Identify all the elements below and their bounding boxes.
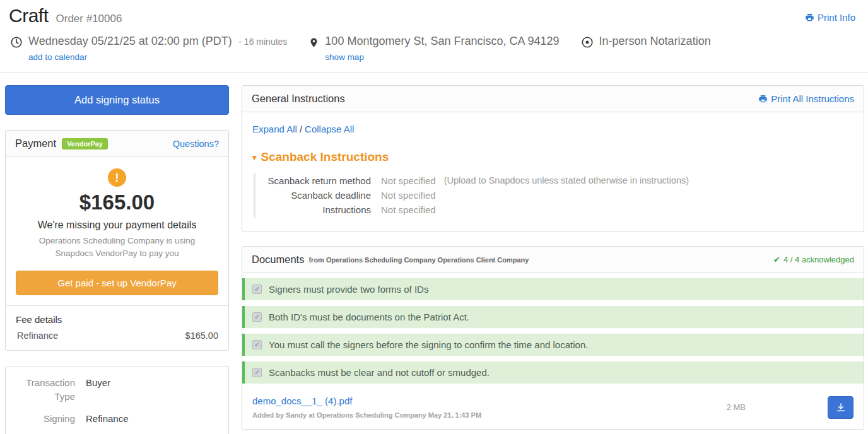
acknowledgement-text: Scanbacks must be clear and not cutoff o… xyxy=(269,367,490,378)
scanback-field-value: Not specified xyxy=(381,173,436,188)
signing-datetime: Wednesday 05/21/25 at 02:00 pm (PDT) xyxy=(28,35,232,47)
title-row: Craft Order #10006 Print Info xyxy=(9,5,855,26)
document-file-row: demo_docs__1_ (4).pdf Added by Sandy at … xyxy=(242,389,864,429)
acknowledgement-row: ✓ Scanbacks must be clear and not cutoff… xyxy=(242,361,864,384)
general-instructions-body: Expand All/Collapse All ▾ Scanback Instr… xyxy=(242,112,864,232)
acknowledged-summary: ✔ 4 / 4 acknowledged xyxy=(773,255,854,264)
checkbox-checked-icon[interactable]: ✓ xyxy=(252,284,262,294)
payment-questions-link[interactable]: Questions? xyxy=(173,139,219,149)
payment-amount: $165.00 xyxy=(16,191,218,214)
show-map-link[interactable]: show map xyxy=(325,52,364,62)
expand-collapse-row: Expand All/Collapse All xyxy=(252,124,853,134)
documents-title: Documents xyxy=(252,254,304,266)
expand-collapse-separator: / xyxy=(300,124,302,134)
transaction-row-label: Transaction Type xyxy=(16,376,75,404)
notarization-type-icon xyxy=(581,36,594,49)
print-all-instructions-label: Print All Instructions xyxy=(771,93,854,104)
datetime-item: Wednesday 05/21/25 at 02:00 pm (PDT) - 1… xyxy=(10,35,287,62)
caret-down-icon: ▾ xyxy=(252,153,257,161)
checkbox-checked-icon[interactable]: ✓ xyxy=(252,368,262,377)
setup-vendorpay-button[interactable]: Get paid - set up VendorPay xyxy=(16,271,218,295)
scanback-instructions-toggle[interactable]: ▾ Scanback Instructions xyxy=(252,150,853,164)
scanback-field-label: Instructions xyxy=(255,202,371,217)
acknowledged-count: 4 / 4 acknowledged xyxy=(783,255,854,264)
left-column: Add signing status Payment VendorPay Que… xyxy=(5,85,229,434)
check-icon: ✔ xyxy=(773,255,780,264)
scanback-field-row: Instructions Not specified xyxy=(255,202,853,217)
checkbox-checked-icon[interactable]: ✓ xyxy=(252,340,262,349)
fee-details-section: Fee details Refinance $165.00 xyxy=(6,305,228,350)
scanback-instructions-title: Scanback Instructions xyxy=(261,150,389,164)
payment-title: Payment xyxy=(15,138,56,150)
scanback-field-value: Not specified xyxy=(381,188,436,202)
warning-icon: ! xyxy=(108,168,126,187)
signing-duration: - 16 minutes xyxy=(238,37,287,47)
payment-subtext: Operations Scheduling Company is using S… xyxy=(22,235,213,261)
printer-icon xyxy=(805,13,814,22)
scanback-field-row: Scanback deadline Not specified xyxy=(255,188,853,202)
download-button[interactable] xyxy=(828,396,853,419)
main-content: Add signing status Payment VendorPay Que… xyxy=(0,73,868,434)
scanback-field-row: Scanback return method Not specified (Up… xyxy=(255,173,853,188)
payment-body: ! $165.00 We're missing your payment det… xyxy=(6,157,228,305)
acknowledgement-text: Signers must provide two forms of IDs xyxy=(269,284,428,295)
documents-header: Documents from Operations Scheduling Com… xyxy=(242,247,864,273)
payment-missing-text: We're missing your payment details xyxy=(16,220,218,231)
document-file-size: 2 MB xyxy=(727,402,746,412)
acknowledgement-list: ✓ Signers must provide two forms of IDs … xyxy=(242,273,864,384)
acknowledgement-row: ✓ Signers must provide two forms of IDs xyxy=(242,278,864,300)
payment-card: Payment VendorPay Questions? ! $165.00 W… xyxy=(5,130,229,351)
transaction-row: Signing Refinance xyxy=(16,412,218,426)
general-instructions-header: General Instructions Print All Instructi… xyxy=(242,86,864,112)
order-info-row: Wednesday 05/21/25 at 02:00 pm (PDT) - 1… xyxy=(9,35,855,62)
order-header: Craft Order #10006 Print Info Wednesday … xyxy=(0,0,868,73)
add-signing-status-button[interactable]: Add signing status xyxy=(5,85,229,115)
acknowledgement-row: ✓ Both ID's must be documents on the Pat… xyxy=(242,306,864,328)
fee-details-title: Fee details xyxy=(16,314,218,325)
scanback-fields: Scanback return method Not specified (Up… xyxy=(254,173,853,218)
documents-subtitle: from Operations Scheduling Company Opera… xyxy=(308,256,529,264)
notarization-item: In-person Notarization xyxy=(581,35,711,49)
page-title: Craft xyxy=(9,5,49,26)
checkbox-checked-icon[interactable]: ✓ xyxy=(252,312,262,322)
fee-row: Refinance $165.00 xyxy=(16,331,218,341)
location-item: 100 Montgomery St, San Francisco, CA 941… xyxy=(308,35,559,62)
clock-icon xyxy=(10,36,23,49)
scanback-field-note: (Upload to Snapdocs unless stated otherw… xyxy=(444,173,689,188)
add-to-calendar-link[interactable]: add to calendar xyxy=(28,52,87,62)
document-file-info: demo_docs__1_ (4).pdf Added by Sandy at … xyxy=(252,396,727,419)
collapse-all-link[interactable]: Collapse All xyxy=(305,124,354,134)
fee-label: Refinance xyxy=(17,331,58,341)
payment-card-header: Payment VendorPay Questions? xyxy=(6,131,228,157)
order-page: Craft Order #10006 Print Info Wednesday … xyxy=(0,0,868,434)
print-all-instructions-link[interactable]: Print All Instructions xyxy=(758,93,854,104)
fee-amount: $165.00 xyxy=(185,331,218,341)
transaction-row: Transaction Type Buyer xyxy=(16,376,218,404)
transaction-card: Transaction Type Buyer Signing Refinance xyxy=(5,366,229,434)
scanback-field-value: Not specified xyxy=(381,202,436,217)
vendorpay-badge: VendorPay xyxy=(62,138,108,150)
transaction-row-label: Signing xyxy=(16,412,75,426)
printer-icon xyxy=(758,94,768,103)
document-file-meta: Added by Sandy at Operations Scheduling … xyxy=(252,411,727,419)
notarization-type: In-person Notarization xyxy=(599,35,711,48)
download-icon xyxy=(836,402,846,413)
expand-all-link[interactable]: Expand All xyxy=(252,124,297,134)
document-file-link[interactable]: demo_docs__1_ (4).pdf xyxy=(252,396,352,406)
print-info-label: Print Info xyxy=(818,12,855,23)
print-info-link[interactable]: Print Info xyxy=(805,12,855,23)
documents-card: Documents from Operations Scheduling Com… xyxy=(242,246,864,430)
location-pin-icon xyxy=(308,36,319,49)
acknowledgement-text: You must call the signers before the sig… xyxy=(269,339,588,350)
acknowledgement-row: ✓ You must call the signers before the s… xyxy=(242,334,864,356)
transaction-row-value: Refinance xyxy=(86,412,129,426)
transaction-row-value: Buyer xyxy=(86,376,110,404)
signing-address: 100 Montgomery St, San Francisco, CA 941… xyxy=(325,35,559,47)
scanback-field-label: Scanback return method xyxy=(255,173,371,188)
datetime-text: Wednesday 05/21/25 at 02:00 pm (PDT) - 1… xyxy=(28,35,287,62)
general-instructions-card: General Instructions Print All Instructi… xyxy=(242,85,864,232)
general-instructions-title: General Instructions xyxy=(252,93,345,105)
scanback-field-label: Scanback deadline xyxy=(255,188,371,202)
acknowledgement-text: Both ID's must be documents on the Patri… xyxy=(269,312,469,322)
right-column: General Instructions Print All Instructi… xyxy=(242,85,864,430)
